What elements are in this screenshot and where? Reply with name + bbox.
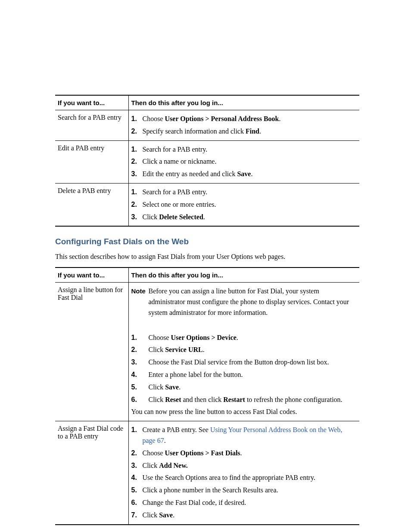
bold-text: Reset (165, 396, 181, 403)
table2-header-right: Then do this after you log in... (128, 268, 359, 283)
steps-cell: NoteBefore you can assign a line button … (128, 283, 359, 421)
step-number: 6. (131, 497, 143, 509)
step-number: 2. (131, 447, 143, 460)
step-number: 1. (131, 143, 143, 156)
section-heading: Configuring Fast Dials on the Web (55, 237, 359, 246)
step: 1.Create a PAB entry. See Using Your Per… (131, 424, 357, 447)
bold-text: Delete Selected (159, 213, 203, 221)
table2-header-left: If you want to... (55, 268, 128, 283)
table-row: Assign a line button for Fast DialNoteBe… (55, 283, 359, 421)
bold-text: Save (159, 511, 173, 519)
step-number: 3. (131, 356, 149, 369)
step-text: Search for a PAB entry. (143, 186, 357, 199)
step-text: Click Save. (149, 381, 357, 394)
steps-cell: 1.Search for a PAB entry.2.Click a name … (128, 140, 359, 183)
step-number: 3. (131, 168, 143, 180)
bold-text: User Options > Fast Dials (165, 449, 240, 457)
step-text: Click Delete Selected. (143, 211, 357, 224)
step-text: Select one or more entries. (143, 199, 357, 211)
step-number: 1. (131, 332, 149, 344)
step-number: 2. (131, 344, 149, 356)
step-text: Use the Search Options area to find the … (143, 472, 357, 484)
step: 5.Click a phone number in the Search Res… (131, 484, 357, 497)
step-number: 2. (131, 125, 143, 138)
row-label: Assign a Fast Dial code to a PAB entry (55, 421, 128, 525)
step-text: Edit the entry as needed and click Save. (143, 168, 357, 180)
step: 2.Specify search information and click F… (131, 125, 357, 138)
note-text: Before you can assign a line button for … (149, 285, 357, 319)
step-text: Choose User Options > Personal Address B… (143, 113, 357, 125)
step-text: Click Reset and then click Restart to re… (149, 394, 357, 406)
step-text: Create a PAB entry. See Using Your Perso… (143, 424, 357, 447)
step: 2.Select one or more entries. (131, 199, 357, 211)
step: 4.Use the Search Options area to find th… (131, 472, 357, 484)
bold-text: Save (237, 170, 251, 177)
step-text: Click Save. (143, 509, 357, 522)
step-text: Click a phone number in the Search Resul… (143, 484, 357, 497)
step: 3.Click Add New. (131, 460, 357, 472)
step-number: 1. (131, 186, 143, 199)
row-label: Delete a PAB entry (55, 183, 128, 226)
step-number: 4. (131, 369, 149, 381)
step: 4.Enter a phone label for the button. (131, 369, 357, 381)
table-row: Assign a Fast Dial code to a PAB entry1.… (55, 421, 359, 525)
bold-text: Service URL (165, 346, 203, 353)
step: 2.Click a name or nickname. (131, 156, 357, 168)
step: 6.Change the Fast Dial code, if desired. (131, 497, 357, 509)
step: 1.Search for a PAB entry. (131, 186, 357, 199)
table-row: Edit a PAB entry1.Search for a PAB entry… (55, 140, 359, 183)
step: 3.Edit the entry as needed and click Sav… (131, 168, 357, 180)
cross-ref-link[interactable]: Using Your Personal Address Book on the … (143, 426, 342, 444)
table-row: Search for a PAB entry1.Choose User Opti… (55, 110, 359, 141)
step-number: 6. (131, 394, 149, 406)
step: 3.Click Delete Selected. (131, 211, 357, 224)
step-number: 3. (131, 211, 143, 224)
section-intro: This section describes how to assign Fas… (55, 252, 359, 262)
note-label: Note (131, 285, 149, 319)
after-text: You can now press the line button to acc… (131, 406, 357, 418)
step-number: 5. (131, 381, 149, 394)
step-number: 2. (131, 199, 143, 211)
step: 3.Choose the Fast Dial service from the … (131, 356, 357, 369)
bold-text: Restart (223, 396, 245, 403)
steps-cell: 1.Search for a PAB entry.2.Select one or… (128, 183, 359, 226)
step: 5.Click Save. (131, 381, 357, 394)
steps-cell: 1.Create a PAB entry. See Using Your Per… (128, 421, 359, 525)
bold-text: User Options > Personal Address Book (165, 115, 279, 122)
bold-text: Save (165, 383, 179, 391)
step-number: 5. (131, 484, 143, 497)
step: 2.Choose User Options > Fast Dials. (131, 447, 357, 460)
step-number: 4. (131, 472, 143, 484)
step-text: Search for a PAB entry. (143, 143, 357, 156)
table-row: Delete a PAB entry1.Search for a PAB ent… (55, 183, 359, 226)
row-label: Assign a line button for Fast Dial (55, 283, 128, 421)
bold-text: Find (246, 128, 259, 135)
table1-header-left: If you want to... (55, 95, 128, 110)
step-number: 2. (131, 156, 143, 168)
step-text: Choose User Options > Device. (149, 332, 357, 344)
step-text: Specify search information and click Fin… (143, 125, 357, 138)
step-text: Choose the Fast Dial service from the Bu… (149, 356, 357, 369)
step-text: Click Service URL. (149, 344, 357, 356)
step: 1.Choose User Options > Personal Address… (131, 113, 357, 125)
row-label: Edit a PAB entry (55, 140, 128, 183)
step: 2.Click Service URL. (131, 344, 357, 356)
step: 1.Search for a PAB entry. (131, 143, 357, 156)
steps-cell: 1.Choose User Options > Personal Address… (128, 110, 359, 141)
step-text: Enter a phone label for the button. (149, 369, 357, 381)
fast-dials-table: If you want to... Then do this after you… (55, 267, 359, 525)
step: 6.Click Reset and then click Restart to … (131, 394, 357, 406)
bold-text: User Options > Device (171, 334, 237, 341)
bold-text: Add New. (159, 462, 188, 469)
step-number: 7. (131, 509, 143, 522)
step-number: 3. (131, 460, 143, 472)
step-number: 1. (131, 113, 143, 125)
row-label: Search for a PAB entry (55, 110, 128, 141)
step: 1.Choose User Options > Device. (131, 332, 357, 344)
step-text: Click a name or nickname. (143, 156, 357, 168)
step-number: 1. (131, 424, 143, 447)
step-text: Choose User Options > Fast Dials. (143, 447, 357, 460)
step-text: Change the Fast Dial code, if desired. (143, 497, 357, 509)
pab-actions-table: If you want to... Then do this after you… (55, 95, 359, 227)
table1-header-right: Then do this after you log in... (128, 95, 359, 110)
